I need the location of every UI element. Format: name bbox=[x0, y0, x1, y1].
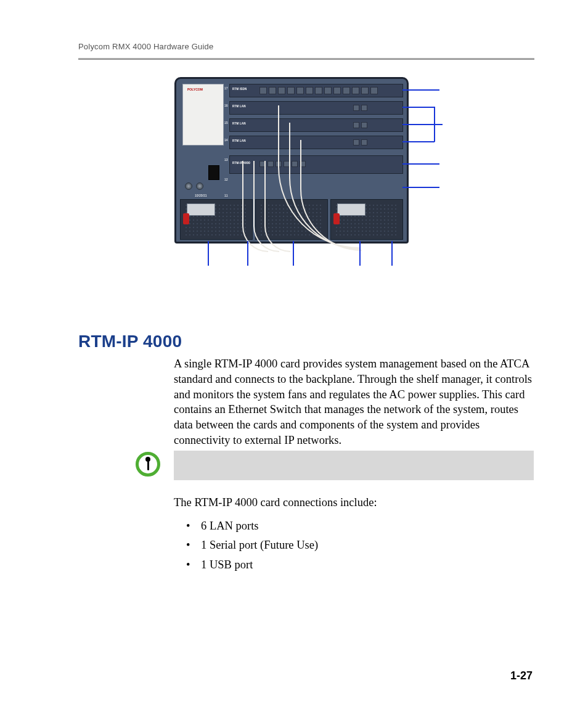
body-paragraph: The RTM-IP 4000 card connections include… bbox=[174, 495, 534, 510]
slot-number: 17 bbox=[224, 86, 228, 90]
slot-rtm-lan: RTM LAN bbox=[229, 118, 403, 132]
bullet-text: 1 Serial port (Future Use) bbox=[201, 536, 318, 555]
slot-number: 16 bbox=[224, 104, 228, 107]
running-header: Polycom RMX 4000 Hardware Guide bbox=[78, 42, 213, 51]
body-paragraph: A single RTM-IP 4000 card provides syste… bbox=[174, 356, 534, 448]
connector-jack bbox=[196, 182, 203, 190]
port-row bbox=[259, 161, 306, 167]
document-page: Polycom RMX 4000 Hardware Guide POLYCOM … bbox=[0, 0, 588, 712]
power-switch bbox=[208, 165, 219, 180]
callout-line bbox=[293, 241, 294, 266]
fan-module bbox=[255, 199, 328, 240]
psu-bay bbox=[180, 199, 403, 240]
bullet-list: •6 LAN ports •1 Serial port (Future Use)… bbox=[186, 517, 531, 575]
slot-tag: RTM LAN bbox=[232, 139, 246, 142]
chassis-figure: POLYCOM 17 16 15 14 13 12 11 RTM ISDN RT… bbox=[174, 77, 439, 256]
callout-line bbox=[247, 241, 248, 266]
power-supply bbox=[180, 199, 253, 240]
slot-number: 12 bbox=[224, 178, 228, 181]
pushpin-icon bbox=[136, 452, 160, 477]
power-supply bbox=[330, 199, 403, 240]
callout-line bbox=[208, 241, 209, 266]
slot-tag: RTM-IP 4000 bbox=[232, 162, 250, 165]
bullet-text: 6 LAN ports bbox=[201, 517, 259, 536]
callout-line bbox=[359, 241, 361, 266]
note-bar bbox=[174, 451, 534, 480]
slot-rtm-ip-4000: RTM-IP 4000 bbox=[229, 155, 403, 174]
slot-number: 14 bbox=[224, 138, 228, 142]
slot-tag: RTM ISDN bbox=[232, 88, 247, 91]
list-item: •1 USB port bbox=[186, 555, 531, 575]
callout-line bbox=[402, 163, 439, 165]
page-number: 1-27 bbox=[510, 669, 533, 682]
bullet-text: 1 USB port bbox=[201, 555, 253, 575]
brand-label: POLYCOM bbox=[187, 88, 203, 91]
slot-rtm-lan: RTM LAN bbox=[229, 101, 403, 115]
slot-rtm-lan: RTM LAN bbox=[229, 136, 403, 149]
slot-rtm-isdn: RTM ISDN bbox=[229, 84, 403, 97]
callout-line bbox=[402, 187, 439, 188]
callout-line bbox=[391, 241, 393, 266]
slot-number: 11 bbox=[224, 194, 228, 197]
slot-tag: RTM LAN bbox=[232, 122, 246, 125]
callout-line bbox=[402, 124, 435, 125]
header-rule bbox=[78, 58, 534, 60]
callout-line bbox=[434, 124, 443, 125]
slot-number: 15 bbox=[224, 121, 228, 125]
power-label: 10/20/21 bbox=[195, 194, 206, 197]
section-heading: RTM-IP 4000 bbox=[78, 332, 182, 351]
chassis-body: POLYCOM 17 16 15 14 13 12 11 RTM ISDN RT… bbox=[174, 77, 409, 243]
connector-jack bbox=[185, 182, 192, 190]
list-item: •6 LAN ports bbox=[186, 517, 531, 536]
callout-line bbox=[402, 107, 435, 108]
callout-line bbox=[402, 89, 439, 91]
port-row bbox=[259, 87, 378, 94]
slot-tag: RTM LAN bbox=[232, 105, 246, 108]
callout-line bbox=[402, 141, 435, 142]
list-item: •1 Serial port (Future Use) bbox=[186, 536, 531, 555]
slot-number: 13 bbox=[224, 158, 228, 162]
